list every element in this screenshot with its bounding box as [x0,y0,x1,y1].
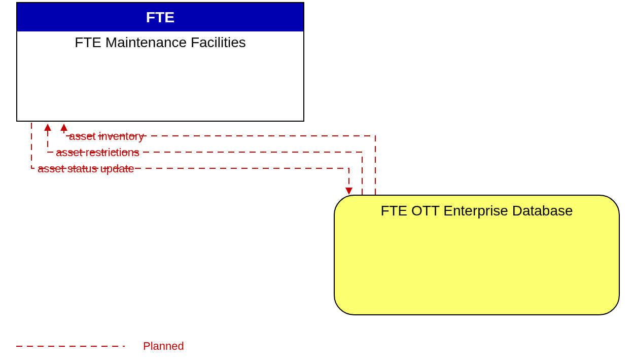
diagram-canvas: FTE FTE Maintenance Facilities FTE OTT E… [0,0,635,364]
entity-title: FTE Maintenance Facilities [17,31,303,51]
entity-header: FTE [17,3,303,31]
legend-label: Planned [143,340,184,353]
entity-fte-maintenance-facilities: FTE FTE Maintenance Facilities [16,2,304,122]
connector-label-asset-restrictions: asset restrictions [56,146,139,159]
connector-label-asset-status-update: asset status update [38,162,134,175]
connector-label-asset-inventory: asset inventory [69,130,144,143]
entity-header-label: FTE [146,9,175,26]
entity-fte-ott-enterprise-database: FTE OTT Enterprise Database [334,195,620,315]
entity-title: FTE OTT Enterprise Database [335,203,619,219]
